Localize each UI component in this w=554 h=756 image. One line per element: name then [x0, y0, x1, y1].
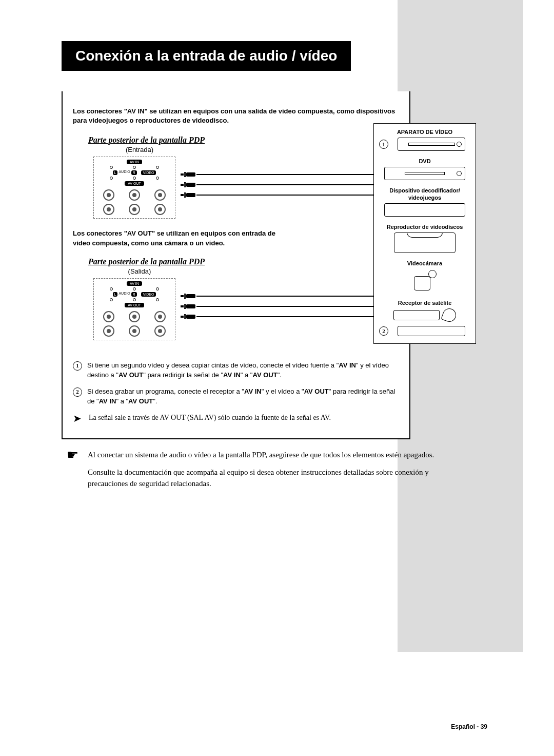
label-video: VIDEO — [141, 170, 156, 175]
section-av-out: Parte posterior de la pantalla PDP (Sali… — [73, 257, 399, 340]
rear-panel-in: AV IN L AUDIO R VIDEO AV OUT — [93, 157, 175, 219]
section-av-in: Parte posterior de la pantalla PDP (Entr… — [73, 135, 399, 219]
device-vcr: APARATO DE VÍDEO 1 — [379, 129, 470, 151]
device-videodisc-label: Reproductor de videodiscos — [379, 224, 470, 230]
device-videodisc: Reproductor de videodiscos — [379, 224, 470, 253]
main-content-frame: Los conectores "AV IN" se utilizan en eq… — [62, 91, 410, 439]
device-dvd-label: DVD — [379, 158, 470, 165]
videodisc-icon — [394, 232, 456, 253]
arrow-note: ➤ La señal sale a través de AV OUT (SAL … — [73, 414, 399, 423]
label-av-out: AV OUT — [125, 181, 144, 186]
jack-icon — [154, 311, 166, 322]
note-2-text: Si desea grabar un programa, conecte el … — [87, 387, 399, 406]
cable-group-in — [175, 157, 399, 198]
jack-icon — [103, 311, 114, 322]
label-audio-l: L — [113, 292, 118, 297]
device-list-box: APARATO DE VÍDEO 1 DVD Dispositivo decod… — [373, 123, 476, 344]
mid-text: Los conectores "AV OUT" se utilizan en e… — [73, 229, 293, 247]
device-satellite: Receptor de satélite 2 — [379, 300, 470, 336]
satellite-box-icon — [393, 310, 440, 320]
label-av-in: AV IN — [127, 160, 142, 164]
device-dvd: DVD — [379, 158, 470, 180]
note-1-text: Si tiene un segundo vídeo y desea copiar… — [87, 361, 399, 380]
jack-icon — [129, 325, 140, 337]
satellite-dish-icon — [441, 307, 458, 324]
decoder-icon — [384, 203, 465, 217]
receiver-icon — [398, 326, 465, 336]
cable-icon — [181, 314, 394, 319]
circled-one-icon: 1 — [73, 361, 82, 371]
rear-panel-out: AV IN L AUDIO R VIDEO AV OUT — [93, 278, 175, 340]
pointing-hand-icon: ☛ — [67, 450, 78, 495]
cable-icon — [181, 182, 394, 187]
section2-sub: (Salida) — [88, 267, 191, 275]
device-decoder: Dispositivo decodificador/ videojuegos — [379, 187, 470, 216]
device-vcr-label: APARATO DE VÍDEO — [379, 129, 470, 135]
jack-icon — [154, 325, 166, 337]
jack-icon — [154, 204, 166, 215]
label-audio: AUDIO — [118, 292, 130, 297]
label-audio-l: L — [113, 170, 118, 175]
cable-group-out — [175, 278, 399, 319]
dvd-icon — [384, 167, 465, 180]
page-number: Español - 39 — [451, 723, 487, 730]
cable-icon — [181, 172, 394, 177]
vcr-icon — [398, 138, 465, 151]
device-satellite-label: Receptor de satélite — [379, 300, 470, 306]
section2-heading: Parte posterior de la pantalla PDP — [88, 257, 399, 266]
section1-sub: (Entrada) — [88, 146, 191, 153]
diagram-av-out: AV IN L AUDIO R VIDEO AV OUT — [73, 278, 399, 340]
jack-icon — [103, 189, 114, 201]
footer-note-p1: Al conectar un sistema de audio o vídeo … — [88, 450, 451, 461]
page-title: Conexión a la entrada de audio / vídeo — [62, 41, 351, 71]
cable-icon — [181, 294, 394, 299]
jack-icon — [129, 189, 140, 201]
label-audio-r: R — [131, 292, 137, 297]
label-audio-r: R — [131, 170, 137, 175]
numbered-notes: 1 Si tiene un segundo vídeo y desea copi… — [73, 361, 399, 423]
arrow-right-icon: ➤ — [73, 414, 82, 423]
intro-text: Los conectores "AV IN" se utilizan en eq… — [73, 107, 399, 125]
footer-note-p2: Consulte la documentación que acompaña a… — [88, 467, 451, 490]
circled-one-icon: 1 — [379, 140, 388, 149]
label-audio: AUDIO — [118, 170, 130, 176]
jack-icon — [154, 189, 166, 201]
jack-icon — [103, 325, 114, 337]
diagram-av-in: AV IN L AUDIO R VIDEO AV OUT — [73, 157, 399, 219]
circled-two-icon: 2 — [379, 326, 388, 336]
cable-icon — [181, 192, 394, 198]
label-av-in: AV IN — [127, 281, 142, 286]
jack-icon — [129, 311, 140, 322]
device-camcorder-label: Videocámara — [379, 260, 470, 267]
device-camcorder: Videocámara — [379, 260, 470, 293]
arrow-note-text: La señal sale a través de AV OUT (SAL AV… — [89, 414, 331, 423]
camcorder-icon — [412, 269, 438, 293]
cable-icon — [181, 304, 394, 309]
footer-note: ☛ Al conectar un sistema de audio o víde… — [67, 450, 451, 495]
label-av-out: AV OUT — [125, 303, 144, 307]
section1-heading: Parte posterior de la pantalla PDP — [88, 135, 399, 145]
jack-icon — [103, 204, 114, 215]
device-decoder-label: Dispositivo decodificador/ videojuegos — [379, 187, 470, 201]
label-video: VIDEO — [141, 292, 156, 297]
circled-two-icon: 2 — [73, 387, 82, 397]
note-2: 2 Si desea grabar un programa, conecte e… — [73, 387, 399, 406]
jack-icon — [129, 204, 140, 215]
footer-note-text: Al conectar un sistema de audio o vídeo … — [88, 450, 451, 495]
note-1: 1 Si tiene un segundo vídeo y desea copi… — [73, 361, 399, 380]
